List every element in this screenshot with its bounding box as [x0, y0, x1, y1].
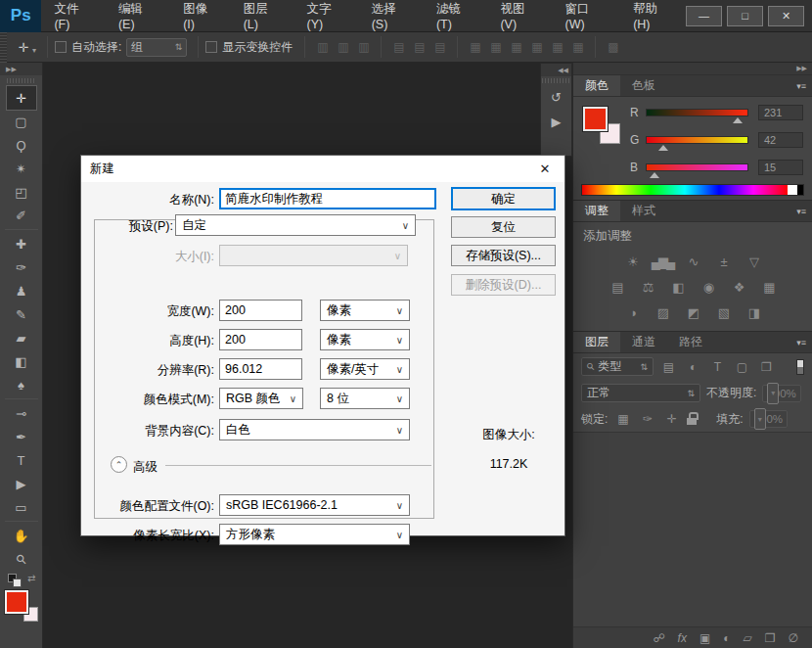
- gradient-map-icon[interactable]: ▧: [712, 303, 734, 321]
- blend-mode-dropdown[interactable]: 正常 ⇅: [581, 384, 700, 402]
- color-mode-dropdown[interactable]: RGB 颜色 ∨: [219, 388, 303, 409]
- path-selection-tool[interactable]: ▶: [7, 472, 36, 495]
- vibrance-icon[interactable]: ▽: [743, 253, 764, 270]
- red-slider-thumb[interactable]: [733, 117, 743, 123]
- healing-brush-tool[interactable]: ✚: [7, 232, 36, 255]
- layer-mask-icon[interactable]: ▣: [699, 631, 710, 645]
- dialog-close-button[interactable]: ✕: [525, 156, 564, 182]
- save-preset-button[interactable]: 存储预设(S)...: [451, 245, 556, 266]
- exposure-icon[interactable]: ±: [712, 253, 734, 270]
- photo-filter-icon[interactable]: ◉: [698, 278, 719, 296]
- channel-mixer-icon[interactable]: ❖: [728, 278, 749, 296]
- auto-select-checkbox[interactable]: [55, 41, 67, 53]
- threshold-icon[interactable]: ◩: [682, 303, 703, 321]
- panel-menu-icon[interactable]: ▾≡: [790, 75, 812, 96]
- filter-pixel-layers-icon[interactable]: ▤: [659, 358, 678, 375]
- layers-list[interactable]: [573, 432, 812, 626]
- curves-icon[interactable]: ∿: [682, 253, 703, 270]
- foreground-color-swatch[interactable]: [5, 590, 28, 614]
- menu-file[interactable]: 文件(F): [41, 0, 106, 32]
- magic-wand-tool[interactable]: ✴: [7, 157, 36, 180]
- tab-paths[interactable]: 路径: [667, 332, 714, 352]
- hand-tool[interactable]: ✋: [7, 524, 36, 547]
- new-layer-icon[interactable]: ❐: [765, 631, 776, 645]
- lock-all-icon[interactable]: [687, 412, 699, 426]
- width-input[interactable]: 200: [219, 300, 302, 321]
- tab-channels[interactable]: 通道: [620, 332, 667, 352]
- resolution-input[interactable]: 96.012: [219, 358, 302, 380]
- marquee-tool[interactable]: ▢: [7, 110, 36, 133]
- color-spectrum-ramp[interactable]: [581, 184, 804, 196]
- dodge-tool[interactable]: ⊸: [7, 401, 36, 425]
- crop-tool[interactable]: ◰: [7, 180, 36, 204]
- filter-toggle-switch[interactable]: [796, 359, 804, 375]
- menu-filter[interactable]: 滤镜(T): [424, 0, 488, 32]
- link-layers-icon[interactable]: ☍: [653, 631, 664, 645]
- blue-value[interactable]: 15: [758, 160, 803, 175]
- color-balance-icon[interactable]: ⚖: [637, 278, 658, 296]
- levels-icon[interactable]: ▄▆▄: [652, 253, 673, 270]
- panel-menu-icon[interactable]: ▾≡: [790, 201, 812, 221]
- red-value[interactable]: 231: [758, 105, 803, 120]
- gradient-tool[interactable]: ◧: [7, 349, 36, 373]
- layer-style-icon[interactable]: fx: [678, 631, 687, 645]
- move-tool[interactable]: ✛: [7, 86, 36, 110]
- color-lookup-icon[interactable]: ▦: [758, 278, 780, 296]
- adjustment-layer-icon[interactable]: ◐: [723, 631, 730, 645]
- filter-type-dropdown[interactable]: ⚲ 类型 ⇅: [581, 357, 654, 376]
- eyedropper-tool[interactable]: ✐: [7, 204, 36, 227]
- delete-layer-icon[interactable]: ∅: [789, 631, 798, 645]
- auto-select-dropdown[interactable]: 组 ⇅: [126, 38, 187, 57]
- new-group-icon[interactable]: ▱: [744, 631, 752, 645]
- filter-shape-layers-icon[interactable]: ▢: [733, 358, 751, 375]
- preset-dropdown[interactable]: 自定 ∨: [175, 214, 416, 236]
- tab-styles[interactable]: 样式: [620, 201, 667, 221]
- blue-slider[interactable]: [646, 163, 748, 171]
- menu-view[interactable]: 视图(V): [487, 0, 552, 32]
- filter-type-layers-icon[interactable]: T: [708, 358, 727, 375]
- green-slider[interactable]: [646, 136, 748, 144]
- brightness-contrast-icon[interactable]: ☀: [621, 253, 643, 270]
- eraser-tool[interactable]: ▰: [7, 326, 36, 349]
- pen-tool[interactable]: ✒: [7, 425, 36, 448]
- tab-swatches[interactable]: 色板: [620, 75, 667, 96]
- clone-stamp-tool[interactable]: ♟: [7, 279, 36, 302]
- minimize-button[interactable]: —: [686, 6, 722, 26]
- width-unit-dropdown[interactable]: 像素 ∨: [320, 300, 410, 321]
- posterize-icon[interactable]: ▨: [652, 303, 673, 321]
- menu-window[interactable]: 窗口(W): [553, 0, 621, 32]
- filter-adjustment-layers-icon[interactable]: ◐: [684, 358, 702, 375]
- maximize-button[interactable]: □: [727, 6, 763, 26]
- lasso-tool[interactable]: Ϙ: [7, 133, 36, 157]
- zoom-tool[interactable]: ⚲: [7, 547, 36, 571]
- collapse-panels-icon[interactable]: ▶▶: [573, 63, 812, 75]
- menu-type[interactable]: 文字(Y): [294, 0, 359, 32]
- lock-position-icon[interactable]: ✛: [662, 411, 681, 428]
- fill-dropdown[interactable]: 100% ▾: [749, 410, 788, 428]
- pixel-aspect-dropdown[interactable]: 方形像素 ∨: [219, 524, 410, 545]
- menu-select[interactable]: 选择(S): [359, 0, 424, 32]
- advanced-toggle-button[interactable]: ⌃: [111, 456, 127, 473]
- history-panel-icon[interactable]: ↺: [545, 86, 568, 108]
- filter-smart-objects-icon[interactable]: ❐: [757, 358, 776, 375]
- shape-tool[interactable]: ▭: [7, 495, 36, 519]
- swap-colors-icon[interactable]: ⇄: [27, 573, 35, 583]
- actions-panel-icon[interactable]: ▶: [545, 111, 568, 132]
- selective-color-icon[interactable]: ◨: [743, 303, 764, 321]
- lock-transparent-pixels-icon[interactable]: ▦: [613, 411, 632, 428]
- menu-help[interactable]: 帮助(H): [620, 0, 686, 32]
- red-slider[interactable]: [646, 109, 748, 116]
- panel-menu-icon[interactable]: ▾≡: [790, 332, 812, 352]
- menu-edit[interactable]: 编辑(E): [106, 0, 170, 32]
- resolution-unit-dropdown[interactable]: 像素/英寸 ∨: [320, 358, 410, 380]
- hue-saturation-icon[interactable]: ▤: [607, 278, 628, 296]
- lock-image-pixels-icon[interactable]: ✑: [638, 411, 656, 428]
- close-button[interactable]: ✕: [768, 6, 804, 26]
- background-contents-dropdown[interactable]: 白色 ∨: [219, 419, 410, 440]
- history-brush-tool[interactable]: ✎: [7, 302, 36, 326]
- height-unit-dropdown[interactable]: 像素 ∨: [320, 329, 410, 350]
- opacity-dropdown[interactable]: 100% ▾: [762, 385, 800, 402]
- tab-color[interactable]: 颜色: [573, 75, 620, 96]
- type-tool[interactable]: T: [7, 448, 36, 472]
- blur-tool[interactable]: ♠: [7, 373, 36, 396]
